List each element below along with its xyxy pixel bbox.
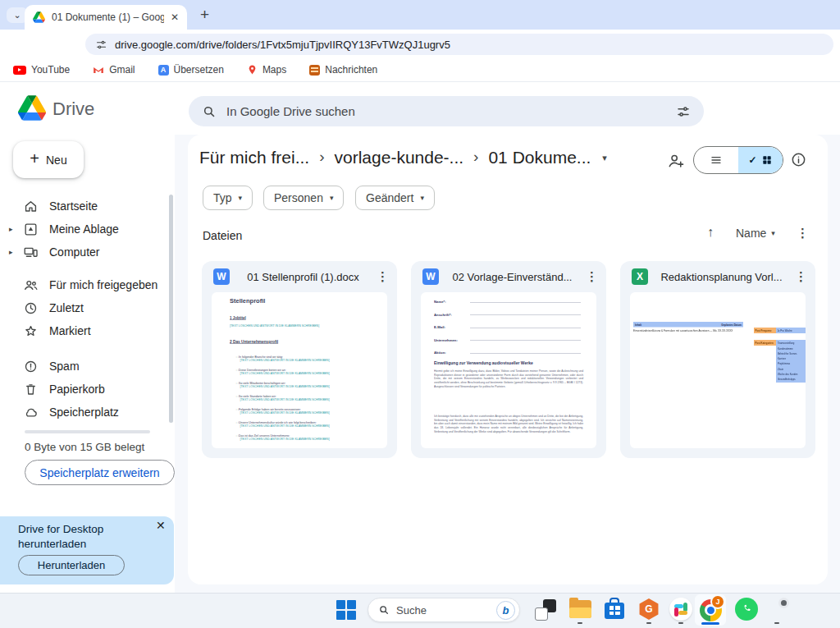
bookmark-youtube[interactable]: YouTube [13, 64, 70, 76]
file-card-header: W 01 Stellenprofil (1).docx ⋮ [202, 261, 397, 292]
expander-icon[interactable]: ▸ [9, 225, 13, 233]
sort-direction-icon[interactable]: ↑ [707, 225, 714, 240]
sidebar-item-starred[interactable]: Markiert [0, 319, 168, 342]
sidebar-item-my-drive[interactable]: ▸ Meine Ablage [0, 218, 168, 241]
tab-close-icon[interactable]: ✕ [169, 11, 180, 23]
filter-chip-people[interactable]: Personen▾ [263, 186, 344, 210]
excel-file-icon: X [632, 268, 648, 285]
search-icon [378, 604, 390, 616]
gmail-icon [93, 65, 104, 75]
file-card-header: W 02 Vorlage-Einverständ... ⋮ [411, 261, 606, 292]
expand-storage-button[interactable]: Speicherplatz erweitern [25, 460, 175, 485]
share-folder-icon[interactable] [667, 152, 685, 170]
chrome-profile-badge: J [710, 594, 725, 609]
file-name: 01 Stellenprofil (1).docx [238, 271, 368, 283]
file-card-header: X Redaktionsplanung Vorl... ⋮ [620, 261, 815, 292]
spam-icon [23, 359, 39, 374]
breadcrumb-folder-parent[interactable]: vorlage-kunde-... [335, 148, 464, 167]
drive-search-bar[interactable]: In Google Drive suchen [189, 96, 704, 126]
view-toggle: ✓ [693, 146, 783, 174]
taskbar-search[interactable]: Suche b [368, 598, 520, 622]
site-settings-icon[interactable] [95, 39, 107, 51]
file-card-redaktionsplanung[interactable]: X Redaktionsplanung Vorl... ⋮ Inhalt Gep… [620, 261, 815, 458]
sheet-cell-freq-value: 1x Pro Woche [776, 328, 806, 333]
file-preview-thumbnail[interactable]: Name*: Anschrift*: E-Mail: Unternehmen: … [421, 292, 596, 448]
download-button[interactable]: Herunterladen [18, 555, 125, 575]
banner-title: Drive for Desktop herunterladen [18, 522, 129, 552]
sidebar-item-computers[interactable]: ▸ Computer [0, 241, 168, 264]
storage-progress-bar [25, 430, 150, 433]
file-card-stellenprofil[interactable]: W 01 Stellenprofil (1).docx ⋮ Stellenpro… [202, 261, 397, 458]
banner-close-icon[interactable]: ✕ [156, 519, 166, 532]
word-file-icon: W [422, 268, 439, 285]
star-icon [23, 323, 39, 339]
grid-icon [761, 154, 773, 166]
slack-icon[interactable] [669, 598, 692, 621]
file-explorer-icon[interactable] [569, 600, 591, 618]
chevron-right-icon: › [473, 148, 478, 166]
search-options-icon[interactable] [676, 104, 691, 119]
task-view-icon[interactable] [535, 599, 556, 621]
sidebar-item-trash[interactable]: Papierkorb [0, 378, 168, 401]
sort-by-name[interactable]: Name▾ [736, 227, 775, 240]
sheet-category-list: Teamvorstellung Kundenstimme Behind the … [776, 340, 806, 383]
sheet-cell-freq-label: Post Frequenz [754, 328, 776, 333]
bookmark-news[interactable]: Nachrichten [309, 64, 377, 76]
sidebar-item-spam[interactable]: Spam [0, 355, 168, 378]
sheet-preview-content: Inhalt Geplantes Datum Einverständniserk… [630, 292, 806, 448]
word-file-icon: W [213, 268, 230, 285]
main-content-card: Für mich frei... › vorlage-kunde-... › 0… [188, 135, 828, 584]
breadcrumb-current-folder[interactable]: 01 Dokume... [488, 148, 591, 167]
sidebar-item-recent[interactable]: Zuletzt [0, 296, 168, 319]
sidebar-item-home[interactable]: Startseite [0, 195, 168, 218]
file-name: Redaktionsplanung Vorl... [656, 271, 787, 283]
folder-menu-caret-icon[interactable]: ▾ [602, 153, 607, 163]
running-app-indicator [774, 622, 779, 624]
bookmark-maps[interactable]: Maps [247, 64, 286, 76]
sidebar-item-storage[interactable]: Speicherplatz [0, 401, 168, 424]
whatsapp-icon[interactable] [735, 598, 758, 621]
plus-icon: + [30, 149, 39, 168]
translate-icon: A [158, 65, 169, 76]
file-menu-icon[interactable]: ⋮ [586, 269, 598, 284]
list-view-button[interactable] [694, 147, 738, 173]
file-menu-icon[interactable]: ⋮ [377, 269, 389, 284]
list-icon [710, 154, 723, 167]
chevron-down-icon: ⌄ [13, 10, 21, 21]
sidebar-scrollbar[interactable] [169, 195, 173, 423]
breadcrumb: Für mich frei... › vorlage-kunde-... › 0… [199, 148, 607, 167]
active-app-indicator [701, 622, 719, 625]
bookmark-gmail[interactable]: Gmail [93, 64, 135, 76]
browser-tab[interactable]: 01 Dokumente (1) – Google Dri ✕ [25, 5, 187, 30]
people-icon [23, 277, 39, 293]
chrome-active-icon[interactable]: J [695, 594, 726, 626]
microsoft-store-icon[interactable] [605, 598, 624, 621]
doc-preview-content: Name*: Anschrift*: E-Mail: Unternehmen: … [421, 292, 596, 448]
info-icon[interactable] [790, 151, 807, 168]
computer-icon [23, 245, 39, 260]
filter-chip-type[interactable]: Typ▾ [203, 186, 253, 210]
expander-icon[interactable]: ▸ [9, 248, 13, 256]
file-preview-thumbnail[interactable]: Inhalt Geplantes Datum Einverständniserk… [630, 292, 806, 448]
sidebar-item-shared-with-me[interactable]: Für mich freigegeben [0, 273, 168, 296]
start-button[interactable] [336, 600, 356, 620]
url-bar[interactable]: drive.google.com/drive/folders/1Fvtx5mju… [85, 34, 833, 55]
files-section-title: Dateien [203, 229, 242, 242]
chrome-secondary-icon[interactable] [766, 598, 788, 621]
bing-icon[interactable]: b [496, 601, 515, 620]
file-menu-icon[interactable]: ⋮ [795, 269, 807, 284]
grid-view-button[interactable]: ✓ [738, 147, 783, 173]
breadcrumb-shared-with-me[interactable]: Für mich frei... [199, 148, 309, 167]
sheet-cell-cat-label: Post Kategorien [754, 340, 776, 346]
file-card-einverstaendnis[interactable]: W 02 Vorlage-Einverständ... ⋮ Name*: Ans… [411, 261, 606, 458]
file-preview-thumbnail[interactable]: Stellenprofil 1 Jobtitel [TEXT LÖSCHEN U… [212, 292, 387, 448]
more-options-icon[interactable]: ⋮ [797, 226, 809, 241]
new-button[interactable]: + Neu [13, 141, 84, 178]
chevron-right-icon: › [319, 148, 324, 166]
filter-chip-modified[interactable]: Geändert▾ [355, 186, 435, 210]
check-icon: ✓ [748, 154, 756, 166]
bookmark-translate[interactable]: AÜbersetzen [158, 64, 224, 76]
new-tab-button[interactable]: + [200, 6, 209, 24]
browser-tab-strip: ⌄ 01 Dokumente (1) – Google Dri ✕ + [0, 0, 840, 30]
drive-logo[interactable] [18, 95, 46, 121]
